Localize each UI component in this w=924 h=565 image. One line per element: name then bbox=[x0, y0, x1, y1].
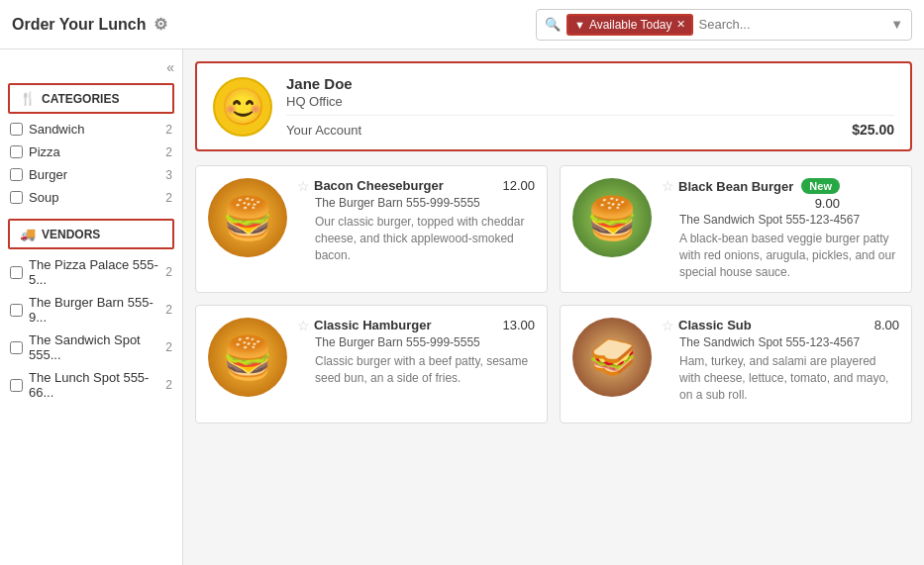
search-input[interactable] bbox=[699, 17, 885, 32]
food-price: 13.00 bbox=[502, 318, 535, 332]
star-icon[interactable]: ☆ bbox=[662, 318, 674, 333]
vendors-list: The Pizza Palace 555-5... 2 The Burger B… bbox=[0, 253, 182, 404]
category-count: 3 bbox=[165, 168, 172, 182]
food-name: Classic Sub bbox=[678, 318, 752, 332]
vendor-checkbox[interactable] bbox=[10, 379, 23, 392]
food-title-row: ☆ Bacon Cheeseburger 12.00 bbox=[297, 178, 535, 194]
filter-tag[interactable]: ▼ Available Today ✕ bbox=[566, 14, 693, 36]
category-label: Sandwich bbox=[29, 122, 84, 137]
food-card: 🍔 ☆ Bacon Cheeseburger 12.00 The Burger … bbox=[195, 165, 548, 293]
vendor-item-left: The Burger Barn 555-9... bbox=[10, 295, 165, 325]
category-label: Burger bbox=[29, 167, 67, 182]
food-grid: 🍔 ☆ Bacon Cheeseburger 12.00 The Burger … bbox=[195, 165, 912, 424]
vendor-item[interactable]: The Burger Barn 555-9... 2 bbox=[0, 291, 182, 329]
filter-close-button[interactable]: ✕ bbox=[676, 18, 685, 31]
category-checkbox[interactable] bbox=[10, 168, 23, 181]
food-vendor: The Sandwich Spot 555-123-4567 bbox=[679, 213, 899, 227]
category-checkbox[interactable] bbox=[10, 191, 23, 204]
food-details: ☆ Classic Sub 8.00 The Sandwich Spot 555… bbox=[662, 318, 899, 403]
account-info: Jane Doe HQ Office Your Account $25.00 bbox=[286, 75, 894, 138]
vendors-icon: 🚚 bbox=[20, 227, 36, 241]
food-title-row: ☆ Black Bean Burger New 9.00 bbox=[662, 178, 899, 211]
vendors-label: VENDORS bbox=[42, 228, 100, 241]
sidebar-item[interactable]: Sandwich 2 bbox=[0, 118, 182, 141]
food-vendor: The Burger Barn 555-999-5555 bbox=[315, 335, 535, 349]
food-description: Our classic burger, topped with cheddar … bbox=[315, 214, 535, 263]
search-bar: 🔍 ▼ Available Today ✕ ▼ bbox=[536, 9, 912, 41]
food-image: 🍔 bbox=[208, 178, 287, 257]
vendor-count: 2 bbox=[165, 378, 172, 392]
avatar: 😊 bbox=[213, 77, 272, 137]
vendor-count: 2 bbox=[165, 340, 172, 354]
star-icon[interactable]: ☆ bbox=[297, 178, 310, 194]
food-title-section: Black Bean Burger New 9.00 bbox=[678, 178, 840, 211]
category-checkbox[interactable] bbox=[10, 145, 23, 158]
search-dropdown-icon[interactable]: ▼ bbox=[890, 17, 903, 32]
food-name: Black Bean Burger bbox=[678, 179, 793, 194]
food-image: 🥪 bbox=[572, 318, 652, 397]
vendor-count: 2 bbox=[165, 303, 172, 317]
vendor-checkbox[interactable] bbox=[10, 304, 23, 317]
categories-header: 🍴 CATEGORIES bbox=[8, 83, 174, 114]
vendor-item-left: The Sandwich Spot 555... bbox=[10, 332, 165, 362]
vendor-item[interactable]: The Lunch Spot 555-66... 2 bbox=[0, 366, 182, 404]
food-vendor: The Burger Barn 555-999-5555 bbox=[315, 196, 535, 210]
vendor-item[interactable]: The Pizza Palace 555-5... 2 bbox=[0, 253, 182, 291]
vendors-header: 🚚 VENDORS bbox=[8, 219, 174, 249]
sidebar-collapse-section: « bbox=[0, 59, 182, 79]
sidebar-item-left: Burger bbox=[10, 167, 67, 182]
category-label: Soup bbox=[29, 190, 58, 205]
food-card: 🍔 ☆ Black Bean Burger New 9.00 The Sandw… bbox=[560, 165, 912, 293]
sidebar-item[interactable]: Burger 3 bbox=[0, 163, 182, 186]
app-title: Order Your Lunch bbox=[12, 16, 146, 34]
account-office: HQ Office bbox=[286, 94, 894, 109]
food-price: 9.00 bbox=[815, 196, 840, 211]
search-icon: 🔍 bbox=[545, 17, 561, 32]
vendor-label: The Burger Barn 555-9... bbox=[29, 295, 165, 325]
categories-list: Sandwich 2 Pizza 2 Burger 3 Soup 2 bbox=[0, 118, 182, 209]
vendor-checkbox[interactable] bbox=[10, 266, 23, 279]
account-balance-label: Your Account bbox=[286, 123, 361, 138]
content-area: 😊 Jane Doe HQ Office Your Account $25.00… bbox=[183, 49, 924, 565]
sidebar-item-left: Sandwich bbox=[10, 122, 84, 137]
sidebar-item[interactable]: Pizza 2 bbox=[0, 141, 182, 163]
food-image: 🍔 bbox=[208, 318, 287, 397]
food-title-row: ☆ Classic Hamburger 13.00 bbox=[297, 318, 535, 333]
sidebar-item-left: Soup bbox=[10, 190, 58, 205]
star-icon[interactable]: ☆ bbox=[662, 178, 674, 194]
sidebar: « 🍴 CATEGORIES Sandwich 2 Pizza 2 Burger… bbox=[0, 49, 183, 565]
category-count: 2 bbox=[165, 191, 172, 205]
collapse-button[interactable]: « bbox=[166, 59, 174, 75]
vendor-checkbox[interactable] bbox=[10, 341, 23, 354]
star-icon[interactable]: ☆ bbox=[297, 318, 310, 333]
vendor-count: 2 bbox=[165, 265, 172, 279]
filter-tag-label: Available Today bbox=[589, 18, 672, 32]
account-card: 😊 Jane Doe HQ Office Your Account $25.00 bbox=[195, 61, 912, 151]
settings-icon[interactable]: ⚙ bbox=[154, 15, 167, 34]
account-balance-row: Your Account $25.00 bbox=[286, 115, 894, 138]
food-details: ☆ Black Bean Burger New 9.00 The Sandwic… bbox=[662, 178, 899, 280]
vendor-label: The Lunch Spot 555-66... bbox=[29, 370, 165, 400]
food-description: Classic burger with a beef patty, sesame… bbox=[315, 353, 535, 387]
food-price: 8.00 bbox=[874, 318, 899, 332]
funnel-icon: ▼ bbox=[574, 19, 585, 31]
vendor-item-left: The Pizza Palace 555-5... bbox=[10, 257, 165, 287]
food-name: Classic Hamburger bbox=[314, 318, 432, 332]
food-card: 🍔 ☆ Classic Hamburger 13.00 The Burger B… bbox=[195, 305, 548, 424]
account-balance-amount: $25.00 bbox=[852, 122, 894, 138]
category-label: Pizza bbox=[29, 144, 60, 159]
category-count: 2 bbox=[165, 145, 172, 159]
category-count: 2 bbox=[165, 123, 172, 137]
food-image: 🍔 bbox=[572, 178, 652, 257]
sidebar-item[interactable]: Soup 2 bbox=[0, 186, 182, 209]
category-checkbox[interactable] bbox=[10, 123, 23, 136]
account-name: Jane Doe bbox=[286, 75, 894, 92]
food-details: ☆ Bacon Cheeseburger 12.00 The Burger Ba… bbox=[297, 178, 535, 263]
vendor-item[interactable]: The Sandwich Spot 555... 2 bbox=[0, 329, 182, 366]
food-price: 12.00 bbox=[502, 178, 535, 193]
food-vendor: The Sandwich Spot 555-123-4567 bbox=[679, 335, 899, 349]
header: Order Your Lunch ⚙ 🔍 ▼ Available Today ✕… bbox=[0, 0, 924, 49]
main-layout: « 🍴 CATEGORIES Sandwich 2 Pizza 2 Burger… bbox=[0, 49, 924, 565]
vendor-label: The Pizza Palace 555-5... bbox=[29, 257, 165, 287]
vendor-label: The Sandwich Spot 555... bbox=[29, 332, 165, 362]
